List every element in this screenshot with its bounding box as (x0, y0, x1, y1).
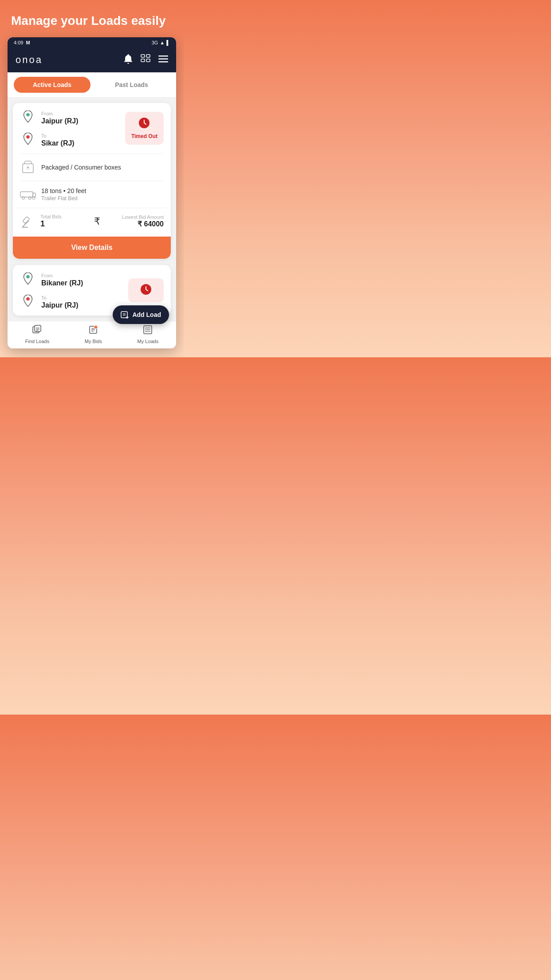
promo-title: Manage your Loads easily (11, 14, 166, 28)
svg-point-21 (26, 275, 30, 278)
to-label: To (41, 133, 75, 138)
app-header: onoa (8, 48, 176, 72)
package-icon (20, 159, 36, 175)
to-city: Sikar (RJ) (41, 139, 75, 147)
signal-icon: ▲ (160, 40, 165, 45)
card2-to-pin-icon (20, 294, 36, 310)
svg-rect-26 (121, 312, 127, 318)
vehicle-row: 18 tons • 20 feet Trailer Flat Bed (13, 181, 171, 208)
svg-point-8 (26, 135, 30, 138)
card2-timed-badge (128, 278, 164, 302)
promo-header: Manage your Loads easily (0, 0, 184, 37)
phone-frame: 4:09 M 3G ▲ ▌ onoa (8, 37, 176, 348)
grid-icon[interactable] (141, 54, 150, 66)
goods-row: Packaged / Consumer boxes (13, 154, 171, 181)
status-bar: 4:09 M 3G ▲ ▌ (8, 37, 176, 48)
svg-rect-6 (158, 61, 168, 63)
svg-rect-14 (20, 192, 33, 197)
card2-to-label: To (41, 295, 79, 300)
svg-rect-0 (141, 55, 145, 57)
load-card-1: From Jaipur (RJ) To (13, 103, 171, 259)
from-city: Jaipur (RJ) (41, 117, 79, 125)
add-load-label: Add Load (132, 311, 161, 318)
rupee-separator: ₹ (94, 216, 100, 227)
goods-type: Packaged / Consumer boxes (41, 164, 121, 171)
card2-from-city: Bikaner (RJ) (41, 279, 83, 287)
total-bids-label: Total Bids (40, 214, 90, 219)
notification-icon[interactable] (124, 54, 133, 66)
lowest-bid-label: Lowest Bid Amount (105, 214, 164, 220)
to-pin-icon (20, 132, 36, 148)
bottom-tab-find-loads[interactable]: Find Loads (25, 325, 49, 344)
email-indicator: M (26, 40, 30, 45)
svg-point-7 (26, 113, 30, 116)
svg-rect-19 (23, 217, 30, 224)
tab-bar: Active Loads Past Loads (8, 72, 176, 98)
app-logo: onoa (16, 54, 43, 66)
menu-icon[interactable] (158, 55, 168, 65)
find-loads-icon (32, 325, 42, 337)
my-loads-icon (143, 325, 153, 337)
gavel-icon (20, 213, 36, 229)
bottom-tab-my-loads[interactable]: My Loads (138, 325, 159, 344)
battery-icon: ▌ (166, 40, 170, 45)
my-bids-icon (88, 325, 98, 337)
add-load-fab[interactable]: Add Load (113, 305, 169, 324)
weight-feet: 18 tons • 20 feet (41, 187, 86, 194)
find-loads-label: Find Loads (25, 339, 49, 344)
svg-rect-5 (158, 58, 168, 59)
my-loads-label: My Loads (138, 339, 159, 344)
view-details-button[interactable]: View Details (13, 237, 171, 259)
tab-active-loads[interactable]: Active Loads (14, 77, 91, 93)
svg-point-40 (94, 325, 98, 329)
time-display: 4:09 (14, 40, 23, 45)
svg-rect-2 (141, 59, 145, 62)
bottom-tab-my-bids[interactable]: My Bids (85, 325, 102, 344)
truck-icon (20, 186, 36, 202)
svg-rect-4 (158, 55, 168, 57)
network-label: 3G (152, 40, 158, 45)
lowest-bid-amount: ₹ 64000 (105, 220, 164, 228)
bottom-tab-bar: Find Loads My Bids (8, 321, 176, 348)
card2-to-city: Jaipur (RJ) (41, 301, 79, 309)
card2-clock-icon (140, 284, 152, 297)
svg-rect-1 (146, 55, 150, 57)
from-label: From (41, 111, 79, 116)
loads-container: From Jaipur (RJ) To (8, 98, 176, 321)
vehicle-type: Trailer Flat Bed (41, 195, 86, 202)
clock-icon (138, 117, 150, 131)
tab-past-loads[interactable]: Past Loads (93, 77, 170, 93)
svg-point-22 (26, 297, 30, 300)
card2-from-pin-icon (20, 272, 36, 288)
my-bids-label: My Bids (85, 339, 102, 344)
total-bids-count: 1 (40, 219, 90, 229)
bids-row: Total Bids 1 ₹ Lowest Bid Amount ₹ 64000 (13, 208, 171, 237)
timed-out-text: Timed Out (131, 133, 157, 139)
timed-out-badge: Timed Out (125, 112, 164, 145)
svg-rect-3 (146, 59, 150, 62)
from-pin-icon (20, 110, 36, 126)
card2-from-label: From (41, 273, 83, 278)
